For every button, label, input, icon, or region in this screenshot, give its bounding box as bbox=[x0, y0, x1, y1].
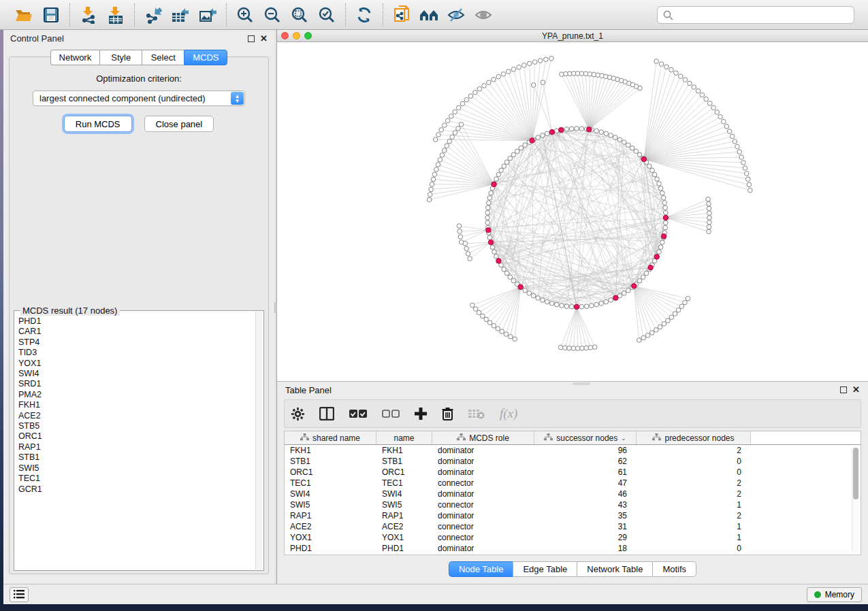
graph-node[interactable] bbox=[669, 67, 674, 72]
graph-node[interactable] bbox=[584, 304, 589, 309]
graph-node[interactable] bbox=[456, 127, 461, 131]
graph-node[interactable] bbox=[513, 337, 517, 342]
graph-node[interactable] bbox=[457, 229, 462, 234]
graph-node[interactable] bbox=[541, 133, 545, 138]
graph-node[interactable] bbox=[739, 155, 744, 160]
graph-node[interactable] bbox=[707, 101, 712, 106]
graph-mcds-node[interactable] bbox=[574, 304, 579, 309]
float-panel-icon[interactable] bbox=[248, 35, 255, 42]
graph-node[interactable] bbox=[427, 197, 432, 202]
graph-node[interactable] bbox=[657, 250, 662, 254]
graph-node[interactable] bbox=[511, 67, 516, 72]
graph-node[interactable] bbox=[733, 139, 737, 144]
optimization-criterion-select[interactable]: largest connected component (undirected)… bbox=[33, 90, 245, 106]
graph-node[interactable] bbox=[641, 335, 646, 340]
task-history-icon[interactable] bbox=[10, 587, 29, 602]
export-image-icon[interactable] bbox=[194, 2, 221, 28]
graph-node[interactable] bbox=[707, 206, 711, 211]
graph-node[interactable] bbox=[484, 317, 489, 322]
graph-node[interactable] bbox=[477, 310, 481, 315]
graph-node[interactable] bbox=[676, 308, 681, 312]
deselect-all-rows-icon[interactable] bbox=[382, 409, 400, 418]
graph-node[interactable] bbox=[707, 229, 711, 234]
table-row[interactable]: YOX1YOX1connector291 bbox=[285, 532, 861, 543]
graph-node[interactable] bbox=[650, 168, 655, 173]
graph-node[interactable] bbox=[661, 196, 666, 201]
graph-node[interactable] bbox=[536, 135, 541, 140]
graph-node[interactable] bbox=[669, 315, 674, 320]
graph-node[interactable] bbox=[727, 129, 732, 134]
graph-node[interactable] bbox=[555, 302, 560, 307]
graph-mcds-node[interactable] bbox=[632, 284, 637, 288]
table-settings-icon[interactable] bbox=[291, 408, 304, 420]
graph-node[interactable] bbox=[658, 245, 663, 250]
graph-node[interactable] bbox=[456, 105, 461, 110]
show-hide-columns-icon[interactable] bbox=[319, 407, 334, 420]
graph-node[interactable] bbox=[545, 299, 549, 304]
graph-node[interactable] bbox=[527, 291, 532, 296]
graph-node[interactable] bbox=[549, 301, 554, 306]
graph-node[interactable] bbox=[490, 245, 495, 250]
graph-node[interactable] bbox=[707, 220, 712, 225]
float-table-panel-icon[interactable] bbox=[840, 386, 847, 393]
graph-node[interactable] bbox=[492, 323, 496, 328]
graph-node[interactable] bbox=[445, 144, 449, 148]
graph-node[interactable] bbox=[630, 146, 634, 150]
graph-node[interactable] bbox=[673, 312, 677, 316]
horizontal-splitter-grip[interactable] bbox=[573, 382, 590, 385]
graph-node[interactable] bbox=[523, 288, 528, 293]
graph-node[interactable] bbox=[590, 303, 594, 308]
graph-node[interactable] bbox=[569, 127, 574, 131]
graph-node[interactable] bbox=[683, 300, 688, 305]
mcds-result-scrollbar[interactable] bbox=[255, 312, 263, 569]
graph-node[interactable] bbox=[722, 119, 726, 124]
graph-node[interactable] bbox=[594, 302, 599, 307]
table-row[interactable]: TEC1TEC1connector472 bbox=[285, 478, 861, 489]
graph-node[interactable] bbox=[430, 182, 434, 187]
graph-node[interactable] bbox=[711, 105, 716, 110]
graph-node[interactable] bbox=[496, 172, 501, 177]
graph-node[interactable] bbox=[486, 205, 491, 210]
graph-node[interactable] bbox=[485, 210, 490, 215]
tab-network-table[interactable]: Network Table bbox=[577, 561, 652, 577]
column-header-name[interactable]: name bbox=[376, 431, 432, 444]
graph-node[interactable] bbox=[515, 149, 519, 154]
graph-node[interactable] bbox=[679, 304, 684, 309]
graph-node[interactable] bbox=[543, 57, 548, 62]
graph-node[interactable] bbox=[504, 160, 509, 165]
graph-mcds-node[interactable] bbox=[559, 127, 564, 132]
table-scrollbar-thumb[interactable] bbox=[853, 448, 858, 499]
graph-node[interactable] bbox=[501, 72, 506, 77]
graph-node[interactable] bbox=[531, 83, 536, 88]
graph-node[interactable] bbox=[700, 93, 705, 97]
graph-node[interactable] bbox=[538, 59, 543, 63]
graph-node[interactable] bbox=[662, 201, 667, 205]
column-header-MCDS-role[interactable]: MCDS role bbox=[432, 431, 534, 444]
graph-mcds-node[interactable] bbox=[518, 284, 523, 289]
graph-node[interactable] bbox=[487, 196, 492, 201]
graph-node[interactable] bbox=[549, 56, 554, 61]
graph-node[interactable] bbox=[508, 275, 513, 280]
graph-mcds-node[interactable] bbox=[654, 254, 659, 259]
graph-node[interactable] bbox=[622, 140, 626, 145]
graph-node[interactable] bbox=[470, 303, 475, 308]
graph-node[interactable] bbox=[545, 131, 549, 136]
graph-node[interactable] bbox=[584, 346, 589, 350]
graph-node[interactable] bbox=[654, 328, 658, 333]
graph-node[interactable] bbox=[464, 246, 469, 251]
graph-node[interactable] bbox=[511, 152, 516, 157]
graph-node[interactable] bbox=[458, 235, 463, 240]
graph-node[interactable] bbox=[641, 275, 645, 280]
table-row[interactable]: FKH1FKH1dominator962 bbox=[285, 445, 861, 456]
graph-node[interactable] bbox=[567, 346, 572, 350]
table-row[interactable]: PHD1PHD1dominator180 bbox=[285, 543, 861, 554]
graph-node[interactable] bbox=[707, 225, 711, 229]
graph-node[interactable] bbox=[473, 307, 478, 312]
graph-node[interactable] bbox=[724, 124, 729, 129]
graph-node[interactable] bbox=[531, 293, 536, 298]
import-network-from-file-icon[interactable] bbox=[75, 2, 102, 28]
graph-mcds-node[interactable] bbox=[530, 138, 534, 143]
graph-node[interactable] bbox=[477, 86, 482, 91]
graph-node[interactable] bbox=[504, 332, 509, 337]
graph-node[interactable] bbox=[652, 172, 657, 177]
